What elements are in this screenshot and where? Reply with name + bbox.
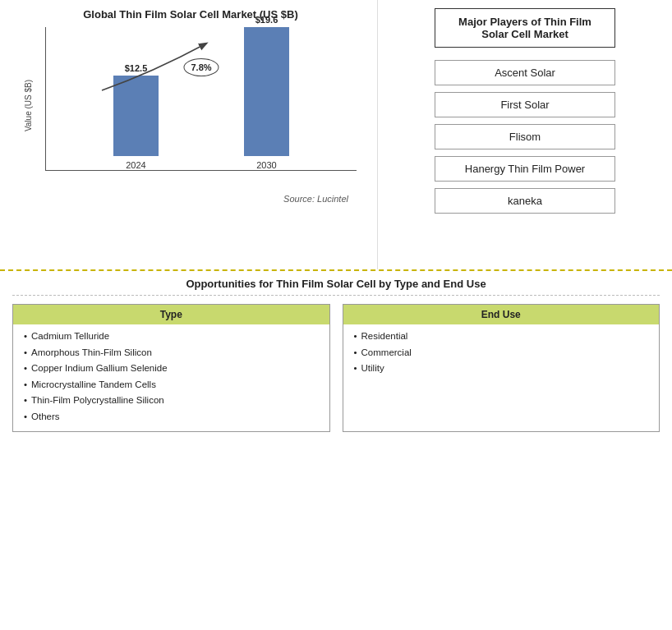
bar-2030-year: 2030 xyxy=(256,160,276,170)
source-text: Source: Lucintel xyxy=(283,194,348,204)
player-item-3: Flisom xyxy=(435,124,615,149)
end-use-item-2: Commercial xyxy=(350,345,653,361)
type-list: Cadmium Telluride Amorphous Thin-Film Si… xyxy=(13,329,329,425)
type-item-5: Thin-Film Polycrystalline Silicon xyxy=(20,393,323,409)
bar-2024-rect xyxy=(113,76,159,156)
bar-2024: $12.5 2024 xyxy=(113,63,159,170)
end-use-header: End Use xyxy=(343,305,660,324)
player-item-1: Ascent Solar xyxy=(435,60,615,85)
bottom-section: Opportunities for Thin Film Solar Cell b… xyxy=(0,271,672,439)
end-use-list: Residential Commercial Utility xyxy=(343,329,660,377)
type-item-4: Microcrystalline Tandem Cells xyxy=(20,377,323,393)
chart-section: Global Thin Film Solar Cell Market (US $… xyxy=(0,0,378,269)
type-item-3: Copper Indium Gallium Selenide xyxy=(20,361,323,377)
bottom-content: Type Cadmium Telluride Amorphous Thin-Fi… xyxy=(12,304,660,432)
player-item-4: Hanergy Thin Film Power xyxy=(435,156,615,182)
type-item-2: Amorphous Thin-Film Silicon xyxy=(20,345,323,361)
type-item-6: Others xyxy=(20,409,323,425)
players-section: Major Players of Thin Film Solar Cell Ma… xyxy=(378,0,672,269)
player-item-5: kaneka xyxy=(435,188,615,214)
type-box: Type Cadmium Telluride Amorphous Thin-Fi… xyxy=(12,304,330,432)
players-title: Major Players of Thin Film Solar Cell Ma… xyxy=(435,8,615,48)
chart-title: Global Thin Film Solar Cell Market (US $… xyxy=(16,8,365,21)
bars-container: $12.5 2024 7.8% $19.6 2030 xyxy=(45,27,357,171)
end-use-item-3: Utility xyxy=(350,361,653,377)
opportunities-title: Opportunities for Thin Film Solar Cell b… xyxy=(12,278,660,296)
chart-area: Value (US $B) $12.5 2024 7.8% xyxy=(16,27,365,208)
type-header: Type xyxy=(13,305,329,324)
bar-2024-year: 2024 xyxy=(126,160,145,170)
bar-2030: $19.6 2030 xyxy=(244,15,289,170)
end-use-box: End Use Residential Commercial Utility xyxy=(343,304,660,432)
growth-rate: 7.8% xyxy=(183,58,219,76)
end-use-item-1: Residential xyxy=(350,329,653,345)
growth-arrow-svg xyxy=(46,27,357,170)
player-item-2: First Solar xyxy=(435,92,615,117)
bar-2030-label: $19.6 xyxy=(255,15,278,25)
bar-2024-label: $12.5 xyxy=(125,63,148,73)
bar-2030-rect xyxy=(244,27,289,156)
type-item-1: Cadmium Telluride xyxy=(20,329,323,345)
y-axis-label: Value (US $B) xyxy=(25,79,34,131)
